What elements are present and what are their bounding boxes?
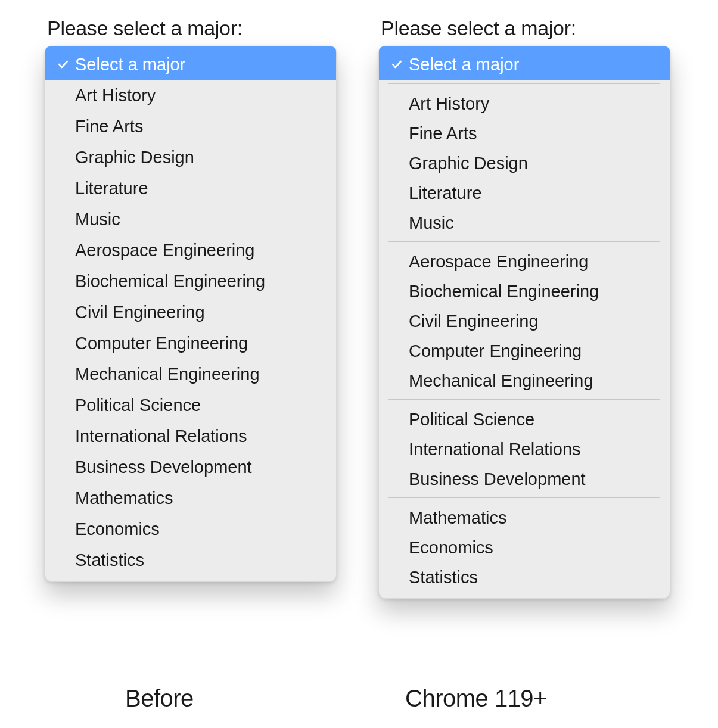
option-item[interactable]: Graphic Design	[379, 148, 670, 178]
option-item[interactable]: Mathematics	[379, 503, 670, 533]
option-label: Computer Engineering	[409, 341, 582, 361]
option-item[interactable]: Art History	[45, 80, 336, 111]
option-item[interactable]: Economics	[45, 514, 336, 545]
option-label: Mechanical Engineering	[409, 371, 593, 391]
option-label: Statistics	[75, 550, 144, 570]
option-item[interactable]: Music	[379, 208, 670, 238]
option-label: Political Science	[75, 396, 201, 415]
option-item[interactable]: Aerospace Engineering	[379, 247, 670, 276]
option-label: Fine Arts	[409, 124, 477, 144]
option-label: Mathematics	[75, 489, 173, 508]
after-column: Please select a major: Select a major Ar…	[378, 17, 670, 599]
option-item[interactable]: Biochemical Engineering	[379, 276, 670, 306]
option-label: Biochemical Engineering	[409, 282, 599, 301]
option-label: Business Development	[75, 458, 252, 477]
option-label: Statistics	[409, 568, 478, 587]
group-divider	[388, 241, 660, 242]
option-label: Select a major	[409, 55, 519, 74]
option-item[interactable]: Aerospace Engineering	[45, 235, 336, 266]
option-label: Civil Engineering	[75, 303, 205, 322]
group-divider	[388, 83, 660, 84]
caption-after: Chrome 119+	[405, 685, 547, 712]
option-item[interactable]: Statistics	[379, 562, 670, 592]
option-label: Mathematics	[409, 508, 506, 528]
option-label: Political Science	[409, 410, 534, 430]
option-item[interactable]: Computer Engineering	[379, 336, 670, 366]
option-item[interactable]: Biochemical Engineering	[45, 266, 336, 297]
option-label: Literature	[409, 183, 482, 203]
option-item[interactable]: Mathematics	[45, 483, 336, 514]
option-item[interactable]: Mechanical Engineering	[379, 366, 670, 396]
option-item[interactable]: Literature	[379, 178, 670, 208]
option-label: Music	[75, 210, 120, 229]
option-label: Graphic Design	[409, 154, 528, 173]
option-item[interactable]: Music	[45, 204, 336, 235]
before-column: Please select a major: Select a major Ar…	[45, 17, 337, 582]
select-menu-before[interactable]: Select a major Art HistoryFine ArtsGraph…	[45, 46, 337, 582]
prompt-label-after: Please select a major:	[381, 17, 670, 40]
option-item[interactable]: Graphic Design	[45, 142, 336, 173]
option-label: International Relations	[409, 440, 581, 459]
group-divider	[388, 399, 660, 400]
option-label: Economics	[75, 519, 160, 539]
option-label: Computer Engineering	[75, 334, 248, 353]
option-item[interactable]: Business Development	[45, 452, 336, 483]
caption-before: Before	[125, 685, 194, 712]
option-label: Literature	[75, 179, 148, 198]
option-label: Fine Arts	[75, 117, 143, 136]
option-label: Select a major	[75, 55, 185, 74]
option-item[interactable]: Statistics	[45, 545, 336, 575]
option-label: Music	[409, 213, 454, 233]
option-item[interactable]: Literature	[45, 173, 336, 204]
option-item[interactable]: Computer Engineering	[45, 328, 336, 359]
option-label: Aerospace Engineering	[409, 252, 588, 272]
option-item[interactable]: Political Science	[45, 390, 336, 421]
option-item[interactable]: International Relations	[45, 421, 336, 452]
option-item[interactable]: International Relations	[379, 434, 670, 464]
option-item[interactable]: Fine Arts	[45, 111, 336, 142]
option-label: Civil Engineering	[409, 312, 539, 331]
option-label: International Relations	[75, 427, 247, 446]
option-selected-placeholder[interactable]: Select a major	[45, 46, 336, 80]
option-label: Art History	[75, 86, 156, 105]
option-item[interactable]: Civil Engineering	[45, 297, 336, 328]
checkmark-icon	[54, 58, 73, 70]
option-item[interactable]: Mechanical Engineering	[45, 359, 336, 390]
option-label: Aerospace Engineering	[75, 241, 254, 260]
option-item[interactable]: Civil Engineering	[379, 306, 670, 336]
option-selected-placeholder[interactable]: Select a major	[379, 46, 670, 80]
option-label: Economics	[409, 538, 493, 558]
option-label: Graphic Design	[75, 148, 194, 167]
group-divider	[388, 497, 660, 498]
checkmark-icon	[387, 58, 406, 70]
option-label: Business Development	[409, 469, 586, 489]
prompt-label-before: Please select a major:	[47, 17, 337, 40]
option-label: Biochemical Engineering	[75, 272, 265, 291]
option-item[interactable]: Art History	[379, 89, 670, 119]
option-item[interactable]: Fine Arts	[379, 119, 670, 148]
select-menu-after[interactable]: Select a major Art HistoryFine ArtsGraph…	[378, 46, 670, 599]
option-item[interactable]: Economics	[379, 533, 670, 562]
option-item[interactable]: Business Development	[379, 464, 670, 494]
option-label: Mechanical Engineering	[75, 365, 260, 384]
option-item[interactable]: Political Science	[379, 405, 670, 434]
option-label: Art History	[409, 94, 489, 114]
